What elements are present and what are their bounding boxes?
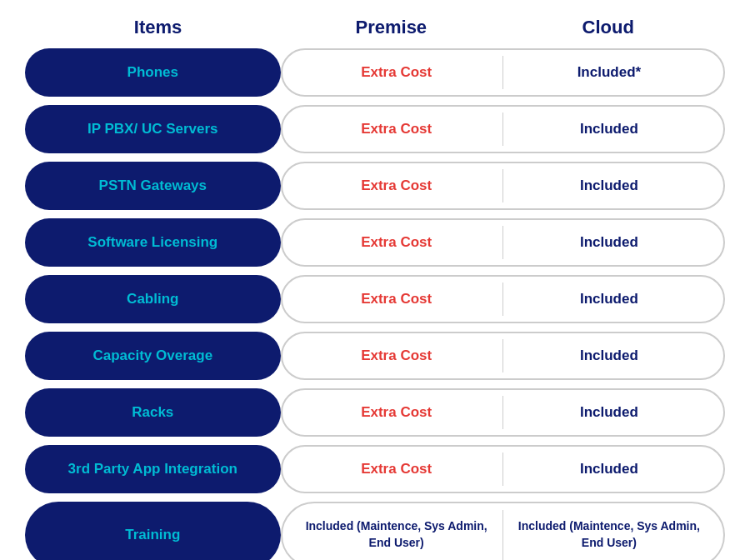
item-cell: Capacity Overage [25,332,281,380]
premise-cell: Included (Maintence, Sys Admin, End User… [291,515,502,554]
item-label: Racks [132,403,173,422]
premise-cell: Extra Cost [291,458,502,481]
premise-value: Extra Cost [361,178,432,194]
right-cells: Extra CostIncluded* [281,48,725,97]
item-label: 3rd Party App Integration [68,460,238,478]
cloud-cell: Included [503,401,715,424]
right-cells: Included (Maintence, Sys Admin, End User… [281,502,725,560]
header-items: Items [33,17,282,38]
item-cell: 3rd Party App Integration [25,445,281,493]
premise-cell: Extra Cost [291,288,502,311]
cloud-cell: Included [503,174,715,198]
item-cell: Software Licensing [25,218,281,267]
item-label: Software Licensing [88,233,218,252]
cloud-value: Included [580,291,638,308]
table-row: IP PBX/ UC ServersExtra CostIncluded [25,105,725,153]
cloud-value: Included [580,178,638,194]
right-cells: Extra CostIncluded [281,275,725,323]
header-premise: Premise [282,17,499,38]
premise-cell: Extra Cost [291,118,502,141]
comparison-table: Items Premise Cloud PhonesExtra CostIncl… [17,0,733,560]
premise-cell: Extra Cost [291,344,502,368]
table-row: RacksExtra CostIncluded [25,388,725,437]
premise-value: Extra Cost [361,348,432,364]
table-row: Capacity OverageExtra CostIncluded [25,332,725,380]
premise-value: Extra Cost [361,404,432,421]
cloud-value: Included [580,404,638,421]
cloud-value: Included [580,121,638,138]
item-cell: Racks [25,388,281,437]
premise-value: Extra Cost [361,234,432,251]
premise-value: Extra Cost [361,291,432,308]
cloud-cell: Included [503,288,715,311]
right-cells: Extra CostIncluded [281,445,725,493]
premise-value: Extra Cost [361,64,432,81]
item-label: Phones [128,63,178,82]
item-label: IP PBX/ UC Servers [88,120,218,138]
premise-value: Extra Cost [361,121,432,138]
right-cells: Extra CostIncluded [281,105,725,153]
table-row: Software LicensingExtra CostIncluded [25,218,725,267]
right-cells: Extra CostIncluded [281,162,725,210]
cloud-cell: Included [503,231,715,254]
cloud-cell: Included [503,344,715,368]
cloud-value: Included [580,461,638,478]
cloud-cell: Included [503,118,715,141]
table-row: PhonesExtra CostIncluded* [25,48,725,97]
premise-value: Extra Cost [361,461,432,478]
item-label: Cabling [127,290,178,308]
item-cell: Cabling [25,275,281,323]
right-cells: Extra CostIncluded [281,332,725,380]
item-cell: IP PBX/ UC Servers [25,105,281,153]
table-header: Items Premise Cloud [25,17,725,38]
table-row: PSTN GatewaysExtra CostIncluded [25,162,725,210]
cloud-value: Included [580,234,638,251]
item-cell: PSTN Gateways [25,162,281,210]
right-cells: Extra CostIncluded [281,218,725,267]
table-row: 3rd Party App IntegrationExtra CostInclu… [25,445,725,493]
table-body: PhonesExtra CostIncluded*IP PBX/ UC Serv… [25,48,725,560]
premise-cell: Extra Cost [291,401,502,424]
premise-cell: Extra Cost [291,61,502,84]
table-row: CablingExtra CostIncluded [25,275,725,323]
cloud-cell: Included* [503,61,715,84]
item-label: Capacity Overage [92,347,212,365]
table-row: TrainingIncluded (Maintence, Sys Admin, … [25,502,725,560]
cloud-value: Included [580,348,638,364]
header-cloud: Cloud [500,17,717,38]
item-label: Training [125,526,180,544]
premise-training-text: Included (Maintence, Sys Admin, End User… [298,518,496,551]
cloud-value: Included* [578,64,642,81]
item-cell: Training [25,502,281,560]
cloud-cell: Included [503,458,715,481]
cloud-training-text: Included (Maintence, Sys Admin, End User… [510,518,708,551]
premise-cell: Extra Cost [291,231,502,254]
cloud-cell: Included (Maintence, Sys Admin, End User… [503,515,715,554]
right-cells: Extra CostIncluded [281,388,725,437]
item-label: PSTN Gateways [99,177,207,195]
premise-cell: Extra Cost [291,174,502,198]
item-cell: Phones [25,48,281,97]
